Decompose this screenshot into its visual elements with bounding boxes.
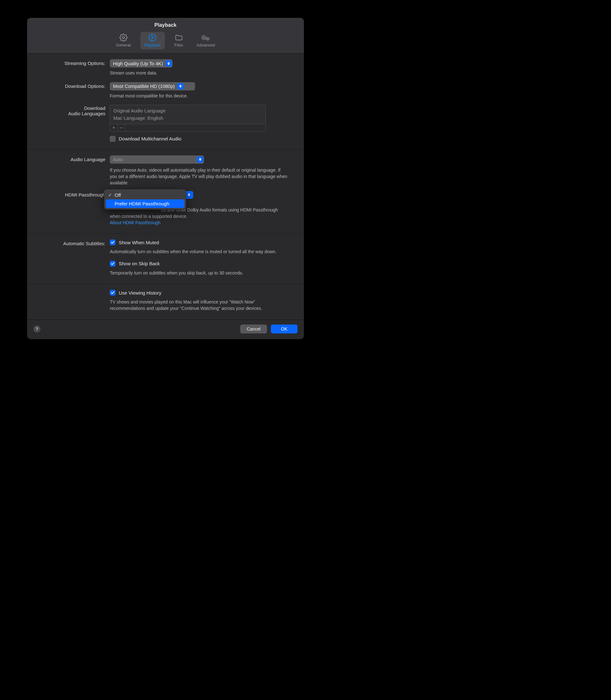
preferences-window: Playback General Playback Files Advanced bbox=[27, 18, 304, 339]
svg-point-1 bbox=[149, 34, 156, 41]
use-viewing-history-checkbox[interactable] bbox=[110, 290, 116, 295]
help-button[interactable]: ? bbox=[33, 325, 41, 333]
tab-label: General bbox=[116, 43, 131, 47]
svg-point-0 bbox=[122, 37, 124, 39]
hdmi-option-off[interactable]: Off bbox=[106, 191, 184, 199]
dialog-footer: ? Cancel OK bbox=[27, 320, 304, 339]
automatic-subtitles-label: Automatic Subtitles: bbox=[43, 239, 110, 246]
svg-point-3 bbox=[203, 37, 205, 39]
list-item[interactable]: Original Audio Language bbox=[113, 107, 262, 114]
folder-icon bbox=[174, 34, 183, 41]
gear-icon bbox=[119, 34, 128, 41]
listbox-items: Original Audio Language Mac Language: En… bbox=[110, 105, 265, 124]
content-area: Streaming Options: High Quality (Up To 4… bbox=[27, 54, 304, 339]
listbox-controls: + – bbox=[110, 124, 265, 131]
audio-language-label: Audio Language bbox=[43, 156, 110, 162]
tab-label: Files bbox=[174, 43, 183, 47]
download-hint: Format most-compatible for this device. bbox=[110, 93, 288, 99]
chevron-updown-icon bbox=[197, 156, 203, 163]
streaming-options-select[interactable]: High Quality (Up To 4K) bbox=[110, 59, 173, 68]
svg-point-5 bbox=[207, 38, 208, 40]
hdmi-passthrough-popup: Off Prefer HDMI Passthrough bbox=[104, 189, 186, 209]
select-value: High Quality (Up To 4K) bbox=[113, 61, 163, 66]
section-audio-hdmi: Audio Language Auto If you choose Auto, … bbox=[27, 150, 304, 234]
cancel-button[interactable]: Cancel bbox=[240, 324, 267, 333]
tab-label: Playback bbox=[144, 43, 161, 47]
tab-general[interactable]: General bbox=[112, 32, 135, 49]
list-item[interactable]: Mac Language: English bbox=[113, 114, 262, 122]
preferences-toolbar: General Playback Files Advanced bbox=[27, 31, 304, 54]
tab-playback[interactable]: Playback bbox=[140, 32, 165, 49]
show-on-skip-back-desc: Temporarily turn on subtitles when you s… bbox=[110, 270, 288, 276]
remove-language-button[interactable]: – bbox=[118, 124, 125, 131]
show-when-muted-label: Show When Muted bbox=[119, 240, 159, 245]
use-viewing-history-label: Use Viewing History bbox=[119, 290, 161, 295]
download-options-select[interactable]: Most Compatible HD (1080p) bbox=[110, 82, 195, 90]
chevron-updown-icon bbox=[165, 60, 172, 67]
audio-language-desc: If you choose Auto, videos will automati… bbox=[110, 167, 288, 186]
svg-point-6 bbox=[206, 37, 209, 40]
download-multichannel-checkbox[interactable] bbox=[110, 136, 116, 142]
tab-label: Advanced bbox=[197, 43, 215, 47]
download-multichannel-label: Download Multichannel Audio bbox=[119, 136, 181, 142]
audio-language-select[interactable]: Auto bbox=[110, 156, 204, 164]
hdmi-option-prefer[interactable]: Prefer HDMI Passthrough bbox=[106, 199, 184, 208]
hdmi-about-link[interactable]: About HDMI Passthrough. bbox=[110, 220, 162, 225]
streaming-hint: Stream uses more data. bbox=[110, 70, 288, 76]
svg-point-4 bbox=[202, 35, 206, 40]
gears-icon bbox=[201, 34, 210, 41]
ok-button[interactable]: OK bbox=[271, 324, 298, 333]
window-title: Playback bbox=[27, 18, 304, 31]
play-circle-icon bbox=[148, 34, 157, 41]
section-viewing-history: Use Viewing History TV shows and movies … bbox=[27, 284, 304, 320]
use-viewing-history-desc: TV shows and movies played on this Mac w… bbox=[110, 299, 288, 312]
hdmi-desc: Apple TV plays Dolby Atmos and other Dol… bbox=[110, 207, 288, 226]
download-audio-languages-listbox[interactable]: Original Audio Language Mac Language: En… bbox=[110, 105, 266, 132]
show-on-skip-back-checkbox[interactable] bbox=[110, 261, 116, 266]
select-value: Auto bbox=[113, 157, 123, 162]
section-subtitles: Automatic Subtitles: Show When Muted Aut… bbox=[27, 234, 304, 284]
show-when-muted-desc: Automatically turn on subtitles when the… bbox=[110, 248, 288, 255]
section-streaming-download: Streaming Options: High Quality (Up To 4… bbox=[27, 54, 304, 150]
show-when-muted-checkbox[interactable] bbox=[110, 239, 116, 245]
hdmi-passthrough-label: HDMI Passthrough bbox=[43, 191, 110, 198]
add-language-button[interactable]: + bbox=[110, 124, 118, 131]
tab-advanced[interactable]: Advanced bbox=[193, 32, 219, 49]
show-on-skip-back-label: Show on Skip Back bbox=[119, 261, 160, 266]
svg-marker-2 bbox=[152, 36, 154, 39]
chevron-updown-icon bbox=[177, 83, 184, 89]
tab-files[interactable]: Files bbox=[170, 32, 187, 49]
download-audio-languages-label: Download Audio Languages bbox=[43, 105, 110, 116]
download-options-label: Download Options: bbox=[43, 82, 110, 89]
streaming-options-label: Streaming Options: bbox=[43, 59, 110, 66]
select-value: Most Compatible HD (1080p) bbox=[113, 84, 175, 89]
